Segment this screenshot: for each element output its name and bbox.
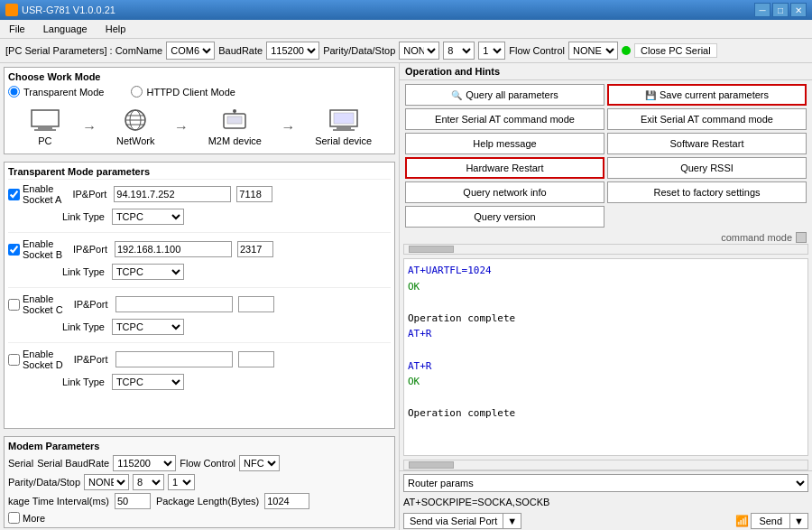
socket-d-link-select[interactable]: TCPC [112,374,184,390]
parity-select[interactable]: NONI [399,42,439,60]
query-rssi-button[interactable]: Query RSSI [607,157,807,179]
command-mode-label: command mode [721,232,792,243]
top-scrollbar[interactable] [403,244,808,255]
data-bits-select[interactable]: 8 [443,42,475,60]
modem-params-body: Serial Serial BaudRate 115200 Flow Contr… [8,455,391,490]
package-length-input[interactable] [264,493,309,509]
title-bar: USR-G781 V1.0.0.21 ─ □ ✕ [0,0,812,20]
diagram-network-label: NetWork [116,135,155,146]
socket-b-enable-checkbox[interactable] [8,244,20,256]
minimize-button[interactable]: ─ [754,3,770,17]
hardware-restart-label: Hardware Restart [466,163,543,173]
enter-at-label: Enter Serial AT command mode [435,114,575,125]
socket-b-link-select[interactable]: TCPC [112,264,184,280]
com-name-select[interactable]: COM6 [166,42,215,60]
socket-b-port-input[interactable] [237,241,273,257]
socket-d-block: EnableSocket D IP&Port Link Type TCPC [8,342,391,390]
send-dropdown-icon[interactable]: ▼ [789,514,807,528]
stop-bits-select[interactable]: 1 [478,42,505,60]
send-via-serial-dropdown-icon[interactable]: ▼ [503,514,521,528]
socket-b-ip-input[interactable] [115,241,232,257]
socket-c-enable-label[interactable]: EnableSocket C [8,293,63,315]
top-scroll-thumb[interactable] [409,246,454,253]
socket-b-enable-row: EnableSocket B IP&Port [8,238,391,260]
params-scroll-area[interactable]: EnableSocket A IP&Port Link Type TCPC [8,183,391,424]
enter-at-button[interactable]: Enter Serial AT command mode [405,108,604,130]
exit-at-button[interactable]: Exit Serial AT command mode [607,108,807,130]
socket-d-link-label: Link Type [62,377,105,387]
m2m-icon [217,108,253,134]
send-btn-container[interactable]: Send ▼ [751,513,808,529]
svg-rect-0 [32,110,59,126]
modem-flowcontrol-label: Flow Control [180,458,235,469]
help-button[interactable]: Help message [405,133,604,154]
output-area: AT+UARTFL=1024 OK Operation complete AT+… [400,244,812,470]
arrow-1: → [82,119,97,135]
svg-rect-15 [334,113,354,124]
socket-c-port-input[interactable] [238,296,274,312]
flow-control-select[interactable]: NONE [568,42,618,60]
query-all-label: Query all parameters [466,89,558,100]
modem-flowcontrol-select[interactable]: NFC [239,455,280,471]
router-params-select[interactable]: Router params [403,474,808,492]
transparent-mode-label: Transparent Mode [23,87,104,98]
socket-b-enable-label[interactable]: EnableSocket B [8,238,62,260]
modem-package-row: kage Time Interval(ms) Package Length(By… [8,493,391,509]
svg-rect-1 [38,126,52,129]
modem-stop-select[interactable]: 1 [168,474,195,490]
socket-c-ip-input[interactable] [115,296,233,312]
title-bar-title: USR-G781 V1.0.0.21 [22,5,115,15]
bottom-scroll-thumb[interactable] [409,461,454,469]
modem-parity-select[interactable]: NONE [84,474,129,490]
maximize-button[interactable]: □ [772,3,789,17]
diagram-m2m-label: M2M device [208,135,262,146]
transparent-params-section: Transparent Mode parameters EnableSocket… [4,162,395,429]
right-panel: Operation and Hints 🔍 Query all paramete… [400,63,812,530]
http-mode-radio-label[interactable]: HTTPD Client Mode [131,86,235,98]
diagram-pc-label: PC [38,135,51,146]
socket-a-link-select[interactable]: TCPC [112,209,184,225]
socket-d-enable-checkbox[interactable] [8,354,20,366]
socket-d-ip-input[interactable] [115,351,233,367]
menu-help[interactable]: Help [100,22,132,36]
menu-file[interactable]: File [4,22,31,36]
socket-d-enable-label[interactable]: EnableSocket D [8,349,63,370]
close-serial-button[interactable]: Close PC Serial [634,43,717,58]
socket-a-enable-label[interactable]: EnableSocket A [8,183,61,205]
socket-b-label: EnableSocket B [23,238,62,260]
reset-factory-button[interactable]: Reset to factory settings [607,181,807,203]
socket-c-link-select[interactable]: TCPC [112,319,184,335]
send-via-serial-btn-group[interactable]: Send via Serial Port ▼ [403,513,521,529]
modem-params-section: Modem Parameters Serial Serial BaudRate … [4,436,395,528]
query-network-button[interactable]: Query network info [405,181,604,203]
query-all-button[interactable]: 🔍 Query all parameters [405,84,604,106]
query-version-button[interactable]: Query version [405,206,604,228]
modem-serial-col: Serial Serial BaudRate 115200 Flow Contr… [8,455,280,490]
socket-a-port-input[interactable] [236,186,272,202]
output-scroll[interactable]: AT+UARTFL=1024 OK Operation complete AT+… [403,258,808,456]
close-button[interactable]: ✕ [790,3,807,17]
package-interval-input[interactable] [115,493,151,509]
transparent-mode-radio-label[interactable]: Transparent Mode [8,86,104,98]
at-command-text: AT+SOCKPIPE=SOCKA,SOCKB [403,497,549,507]
http-mode-radio[interactable] [131,86,143,98]
software-restart-button[interactable]: Software Restart [607,133,807,154]
more-checkbox-label[interactable]: More [8,512,391,524]
transparent-mode-radio[interactable] [8,86,20,98]
software-restart-label: Software Restart [670,138,744,149]
modem-data-select[interactable]: 8 [133,474,164,490]
modem-baudrate-select[interactable]: 115200 [113,455,176,471]
arrow-2: → [174,119,189,135]
socket-d-port-input[interactable] [238,351,274,367]
socket-a-enable-checkbox[interactable] [8,189,20,200]
save-current-label: Save current parameters [660,89,769,100]
socket-c-enable-checkbox[interactable] [8,299,20,311]
socket-a-ip-input[interactable] [114,186,231,202]
hardware-restart-button[interactable]: Hardware Restart [405,157,604,179]
save-current-button[interactable]: 💾 Save current parameters [607,84,807,106]
baudrate-select[interactable]: 115200 [266,42,319,60]
help-label: Help message [473,138,536,149]
menu-language[interactable]: Language [38,22,93,36]
more-checkbox[interactable] [8,512,20,524]
bottom-scrollbar[interactable] [403,460,808,470]
